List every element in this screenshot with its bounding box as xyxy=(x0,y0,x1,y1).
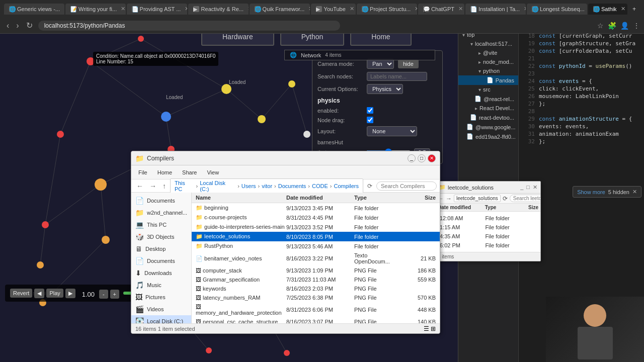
table-row[interactable]: 📁 RustPython 9/13/2023 5:46 AM File fold… xyxy=(192,241,440,251)
tab-close-icon[interactable]: ✕ xyxy=(185,6,187,12)
file-tree-item-react-devtools[interactable]: ▸ React Devel... xyxy=(458,104,518,113)
tab-close-icon[interactable]: ✕ xyxy=(64,6,64,12)
view-menu-button[interactable]: View xyxy=(203,168,223,176)
sidebar-item-videos[interactable]: 🎬 Videos xyxy=(131,303,191,315)
show-more-label[interactable]: Show more xyxy=(577,189,605,195)
tab-close-icon[interactable]: ✕ xyxy=(415,6,417,12)
tab-installation[interactable]: 📄 Installation | Ta... ✕ xyxy=(465,4,526,15)
file-tree-item-google[interactable]: 📄 @www.google... xyxy=(458,122,518,132)
sidebar-item-music[interactable]: 🎵 Music xyxy=(131,279,191,291)
list-view-button[interactable]: ☰ xyxy=(424,325,429,332)
file-tree-item-pandas[interactable]: 📄 Pandas xyxy=(458,75,518,85)
file-menu-button[interactable]: File xyxy=(134,168,151,176)
menu-icon[interactable]: ⋮ xyxy=(633,22,640,30)
up-nav-button[interactable]: ↑ xyxy=(160,182,168,190)
show-more-close-icon[interactable]: ✕ xyxy=(632,189,637,195)
fe2-refresh[interactable]: ⟳ xyxy=(503,195,508,202)
breadcrumb-users[interactable]: Users xyxy=(242,183,256,189)
minimize-button[interactable]: _ xyxy=(408,154,416,162)
tab-close-icon[interactable]: ✕ xyxy=(350,6,354,12)
node-drag-checkbox[interactable] xyxy=(367,117,373,123)
revert-button[interactable]: Revert xyxy=(10,289,32,298)
tab-close-icon[interactable]: ✕ xyxy=(308,6,309,12)
breadcrumb-compilers[interactable]: Compilers xyxy=(334,183,359,189)
grid-view-button[interactable]: ⊞ xyxy=(431,325,436,332)
maximize-button[interactable]: □ xyxy=(418,154,426,162)
address-breadcrumb[interactable]: This PC › Local Disk (C:) › Users › vito… xyxy=(170,178,363,194)
table-row[interactable]: 📄 benitamer_video_notes 8/16/2023 3:22 P… xyxy=(192,251,440,266)
next-button[interactable]: ▶ xyxy=(65,289,75,298)
breadcrumb-localdisk[interactable]: Local Disk (C:) xyxy=(200,180,235,192)
play-button[interactable]: Play xyxy=(46,289,63,298)
sidebar-item-desktop[interactable]: 🖥 Desktop xyxy=(131,243,191,255)
forward-button[interactable]: › xyxy=(14,20,21,31)
tab-youtube[interactable]: ▶ YouTube ✕ xyxy=(311,4,356,15)
tab-close-icon[interactable]: ✕ xyxy=(458,6,463,12)
speed-minus-button[interactable]: - xyxy=(99,290,108,299)
bookmark-icon[interactable]: ☆ xyxy=(597,22,604,30)
file-tree-item-vite[interactable]: ▸ @vite xyxy=(458,48,518,57)
tab-providing[interactable]: 📄 Providing AST ... ✕ xyxy=(127,4,187,15)
list-item[interactable]: 1:15 AM File folder xyxy=(438,223,538,232)
back-nav-button[interactable]: ← xyxy=(134,182,145,190)
sidebar-item-3dobjects[interactable]: 🎲 3D Objects xyxy=(131,231,191,243)
sidebar-item-documents[interactable]: 📄 Documents xyxy=(131,195,191,207)
home-menu-button[interactable]: Home xyxy=(153,168,176,176)
list-item[interactable]: 4:35 AM File folder xyxy=(438,232,538,241)
table-row[interactable]: 🖼 personal_csc_cache_structure 8/16/2023… xyxy=(192,317,440,323)
tab-close-icon[interactable]: ✕ xyxy=(248,6,249,12)
breadcrumb-code[interactable]: CODE xyxy=(312,183,328,189)
enabled-checkbox[interactable] xyxy=(367,107,373,114)
table-row[interactable]: 🖼 computer_stack 9/13/2023 1:09 PM PNG F… xyxy=(192,266,440,275)
list-item[interactable]: 12:08 AM File folder xyxy=(438,214,538,223)
sidebar-item-w2nd[interactable]: 📁 w2nd_channel... xyxy=(131,207,191,219)
tab-longest[interactable]: 🌐 Longest Subseq... ✕ xyxy=(527,4,587,15)
address-input[interactable] xyxy=(38,21,340,31)
sidebar-item-pictures[interactable]: 🖼 Pictures xyxy=(131,291,191,303)
camera-mode-select[interactable]: Pan xyxy=(367,59,394,69)
name-column-header[interactable]: Name xyxy=(196,195,286,201)
breadcrumb-documents[interactable]: Documents xyxy=(278,183,306,189)
tab-chatgpt[interactable]: 💬 ChatGPT ✕ xyxy=(418,4,464,15)
table-row[interactable]: 📁 leetcode_solutions 8/10/2023 8:05 PM F… xyxy=(192,232,440,241)
tab-close-icon[interactable]: ✕ xyxy=(524,6,526,12)
back-button[interactable]: ‹ xyxy=(4,20,12,31)
extensions-icon[interactable]: 🧩 xyxy=(608,22,616,30)
file-tree-item-localhost[interactable]: ▾ localhost:517... xyxy=(458,39,518,48)
sidebar-item-localdisk[interactable]: 💽 Local Disk (C:) xyxy=(131,315,191,323)
file-tree-item-edd[interactable]: 📄 edd19aa2-ffd0... xyxy=(458,132,518,141)
table-row[interactable]: 📁 guide-to-interpreters-series-main 9/13… xyxy=(192,222,440,232)
table-row[interactable]: 📁 beginning 9/13/2023 3:45 PM File folde… xyxy=(192,203,440,213)
fe2-minimize[interactable]: _ xyxy=(520,184,523,191)
table-row[interactable]: 🖼 Grammar_specification 7/31/2023 11:03 … xyxy=(192,275,440,284)
breadcrumb-thispc[interactable]: This PC xyxy=(175,180,194,192)
table-row[interactable]: 🖼 latency_numbers_RAM 7/25/2023 6:38 PM … xyxy=(192,293,440,302)
file-tree-item-nodemodules[interactable]: ▸ node_mod... xyxy=(458,57,518,66)
tab-reactivity[interactable]: ▶ Reactivity & Re... ✕ xyxy=(188,4,249,15)
type-column-header[interactable]: Type xyxy=(354,195,399,201)
fe2-close[interactable]: ✕ xyxy=(533,184,537,191)
tab-writing[interactable]: 📝 Writing your fi... ✕ xyxy=(65,4,126,15)
fe2-search-input[interactable] xyxy=(510,195,541,202)
tab-sathik[interactable]: 🌐 Sathik ✕ xyxy=(588,4,627,15)
hide-button[interactable]: hide xyxy=(398,59,419,68)
file-tree-item-react-devtoo2[interactable]: 📄 react-devtoo... xyxy=(458,113,518,122)
forward-nav-button[interactable]: → xyxy=(147,182,158,190)
close-button[interactable]: ✕ xyxy=(428,154,436,162)
tab-close-icon[interactable]: ✕ xyxy=(121,6,125,12)
file-tree-item-src[interactable]: ▾ src xyxy=(458,85,518,94)
breadcrumb-vitor[interactable]: vitor xyxy=(262,183,272,189)
prev-button[interactable]: ◀ xyxy=(34,289,44,298)
tab-quik[interactable]: 🌐 Quik Framewor... ✕ xyxy=(250,4,310,15)
search-input[interactable] xyxy=(376,182,437,191)
profile-icon[interactable]: 👤 xyxy=(620,22,629,30)
sidebar-item-downloads[interactable]: ⬇ Downloads xyxy=(131,267,191,279)
add-tab-button[interactable]: + xyxy=(628,4,640,15)
table-row[interactable]: 🖼 memory_and_hardware_protection 8/31/20… xyxy=(192,302,440,317)
tab-project[interactable]: 🌐 Project Structu... ✕ xyxy=(357,4,417,15)
refresh-button[interactable]: ⟳ xyxy=(367,183,372,190)
date-column-header[interactable]: Date modified xyxy=(286,195,354,201)
table-row[interactable]: 🖼 keywords 8/16/2023 2:03 PM PNG File xyxy=(192,284,440,293)
fe2-maximize[interactable]: □ xyxy=(526,184,530,191)
tab-close-icon[interactable]: ✕ xyxy=(621,6,625,12)
